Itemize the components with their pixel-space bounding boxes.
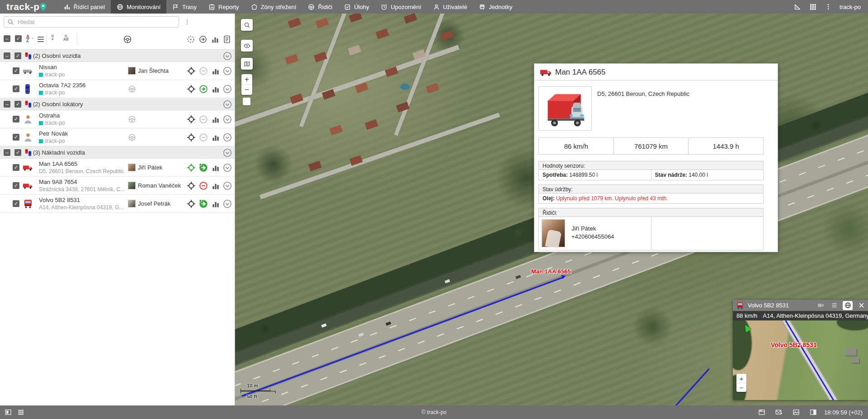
show-all-button[interactable]: ≡All bbox=[63, 34, 69, 42]
mini-zoom-in-button[interactable]: + bbox=[736, 374, 746, 383]
quick-report-button[interactable] bbox=[211, 84, 221, 94]
account-name[interactable]: track-po bbox=[837, 4, 863, 10]
map-layers-button[interactable] bbox=[241, 58, 253, 70]
unit-expand-button[interactable] bbox=[222, 199, 232, 209]
mini-map-unit-label[interactable]: Volvo 5B2 8531 bbox=[771, 341, 817, 348]
messages-button[interactable] bbox=[773, 405, 785, 419]
nav-item-notifications[interactable]: Upozornění bbox=[375, 0, 427, 14]
map-unit-label-man[interactable]: Man 1AA 6565 bbox=[531, 268, 571, 275]
overflow-menu-button[interactable] bbox=[821, 0, 835, 14]
add-to-list-button[interactable]: ≡+ bbox=[51, 34, 54, 42]
locate-button[interactable] bbox=[186, 84, 196, 94]
locate-button[interactable] bbox=[186, 66, 196, 76]
quick-report-button[interactable] bbox=[211, 114, 221, 124]
unit-checkbox[interactable]: ✓ bbox=[13, 116, 19, 122]
sort-az-button[interactable]: A ↓ Z bbox=[26, 35, 33, 42]
locate-button[interactable] bbox=[186, 181, 196, 191]
mini-zoom-out-button[interactable]: − bbox=[736, 383, 746, 392]
select-none-checkbox[interactable]: – bbox=[4, 35, 10, 42]
nav-item-reports[interactable]: Reporty bbox=[203, 0, 245, 14]
zoom-out-button[interactable]: − bbox=[241, 85, 252, 95]
measure-tool-button[interactable] bbox=[791, 0, 804, 14]
locate-button[interactable] bbox=[186, 114, 196, 124]
driver-cell[interactable]: Jiří Pátek bbox=[128, 164, 162, 171]
group-expand-button[interactable] bbox=[222, 148, 232, 158]
unit-checkbox[interactable]: ✓ bbox=[13, 182, 19, 189]
unit-row-petr-novak[interactable]: ✓ Petr Novák track-po bbox=[0, 128, 235, 146]
map-mini-square-button[interactable] bbox=[243, 98, 250, 105]
quick-report-button[interactable] bbox=[211, 132, 221, 142]
group-select-checkbox[interactable]: ✓ bbox=[14, 52, 21, 59]
mini-panel-header[interactable]: Volvo 5B2 8531 bbox=[733, 300, 868, 311]
unit-expand-button[interactable] bbox=[222, 84, 232, 94]
unit-row-nissan[interactable]: ✓ Nissan track-po Jan Šlechta bbox=[0, 62, 235, 80]
toggle-sidebar-button[interactable] bbox=[2, 405, 14, 419]
quick-report-button[interactable] bbox=[211, 66, 221, 76]
group-select-checkbox[interactable]: ✓ bbox=[14, 149, 21, 156]
map-search-button[interactable] bbox=[241, 19, 253, 31]
locate-button-active[interactable] bbox=[186, 163, 196, 173]
chart-column-header[interactable] bbox=[211, 35, 220, 46]
unit-checkbox[interactable]: ✓ bbox=[13, 200, 19, 207]
unit-checkbox[interactable]: ✓ bbox=[13, 164, 19, 171]
nav-item-users[interactable]: Uživatelé bbox=[427, 0, 473, 14]
unit-expand-button[interactable] bbox=[222, 114, 232, 124]
unit-row-man-9a8-7654[interactable]: ✓ Man 9A8 7654 Strážnická 3438, 27601 Mě… bbox=[0, 177, 235, 195]
bottom-apps-button[interactable] bbox=[14, 405, 27, 419]
nav-item-units[interactable]: Jednotky bbox=[473, 0, 518, 14]
layout-split-button[interactable] bbox=[807, 405, 820, 419]
nav-item-monitoring[interactable]: Monitorování bbox=[111, 0, 166, 14]
unit-expand-button[interactable] bbox=[222, 66, 232, 76]
unit-expand-button[interactable] bbox=[222, 132, 232, 142]
unit-expand-button[interactable] bbox=[222, 181, 232, 191]
group-collapse-checkbox[interactable]: – bbox=[4, 101, 10, 108]
group-row-trucks[interactable]: – ✓ (3) Nákladní vozidla bbox=[0, 146, 235, 159]
nav-item-geofences[interactable]: Zóny střežení bbox=[245, 0, 302, 14]
satellite-map[interactable]: Man 1AA 6565 + − 10 m 50 ft Man 1AA 6565 bbox=[235, 14, 868, 405]
unit-checkbox[interactable]: ✓ bbox=[13, 85, 19, 92]
unit-expand-button[interactable] bbox=[222, 163, 232, 173]
unit-checkbox[interactable]: ✓ bbox=[13, 134, 19, 141]
group-expand-button[interactable] bbox=[222, 51, 232, 61]
list-options-button[interactable] bbox=[183, 16, 192, 28]
search-input[interactable] bbox=[18, 17, 176, 27]
nav-item-tracks[interactable]: Trasy bbox=[166, 0, 203, 14]
apps-menu-button[interactable] bbox=[806, 0, 820, 14]
close-mini-panel-button[interactable] bbox=[856, 301, 866, 310]
group-select-checkbox[interactable]: ✓ bbox=[14, 101, 21, 108]
properties-column-header[interactable] bbox=[222, 35, 231, 46]
quick-report-button[interactable] bbox=[211, 181, 221, 191]
unit-row-man-1aa-6565[interactable]: ✓ Man 1AA 6565 D5, 26601 Beroun, Czech R… bbox=[0, 159, 235, 177]
motion-column-header[interactable] bbox=[198, 35, 208, 46]
track-column-header[interactable] bbox=[186, 35, 195, 46]
quick-report-button[interactable] bbox=[211, 199, 221, 209]
nav-item-dashboard[interactable]: Řídící panel bbox=[58, 0, 111, 14]
map-mode-button-active[interactable] bbox=[843, 301, 853, 310]
driver-cell[interactable]: Jan Šlechta bbox=[128, 67, 169, 75]
driver-cell[interactable]: Roman Vaněček bbox=[128, 182, 181, 189]
nav-item-jobs[interactable]: Úlohy bbox=[338, 0, 375, 14]
zoom-in-button[interactable]: + bbox=[241, 74, 252, 85]
group-row-personal-trackers[interactable]: – ✓ (2) Osobní lokátory bbox=[0, 98, 235, 110]
mini-map[interactable]: Volvo 5B2 8531 + − bbox=[733, 320, 868, 400]
video-stream-button[interactable] bbox=[816, 301, 826, 310]
unit-row-ostraha[interactable]: ✓ Ostraha track-po bbox=[0, 110, 235, 128]
brand-logo[interactable]: track-p bbox=[0, 1, 58, 12]
unit-checkbox[interactable]: ✓ bbox=[13, 67, 19, 74]
info-list-button[interactable] bbox=[829, 301, 839, 310]
nav-item-drivers[interactable]: Řidiči bbox=[302, 0, 338, 14]
group-row-passenger-vehicles[interactable]: – ✓ (2) Osobní vozidla bbox=[0, 50, 235, 62]
media-button[interactable] bbox=[790, 405, 802, 419]
map-visibility-button[interactable] bbox=[241, 40, 253, 52]
locate-button[interactable] bbox=[186, 132, 196, 142]
group-collapse-checkbox[interactable]: – bbox=[4, 52, 10, 59]
select-all-checkbox[interactable]: ✓ bbox=[15, 35, 22, 42]
driver-cell[interactable]: Josef Petrák bbox=[128, 200, 170, 207]
unit-row-volvo-5b2-8531[interactable]: ✓ Volvo 5B2 8531 A14, Althen-Kleinpösna … bbox=[0, 195, 235, 213]
unit-row-octavia[interactable]: ✓ Octavia 7A2 2356 track-po bbox=[0, 80, 235, 98]
quick-report-button[interactable] bbox=[211, 163, 221, 173]
group-collapse-checkbox[interactable]: – bbox=[4, 149, 10, 156]
windows-button[interactable] bbox=[755, 405, 768, 419]
group-expand-button[interactable] bbox=[222, 99, 232, 109]
locate-button[interactable] bbox=[186, 199, 196, 209]
